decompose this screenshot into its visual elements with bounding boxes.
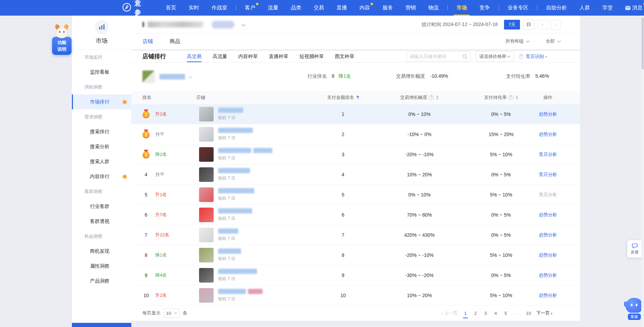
nav-item-业务专区[interactable]: 业务专区: [501, 0, 535, 16]
shop-cell[interactable]: 较前 7 日: [196, 228, 313, 242]
page-button-last[interactable]: 10: [526, 311, 531, 316]
range-7d-button[interactable]: 7天: [504, 20, 520, 30]
sidebar-item-属性洞察[interactable]: 属性洞察: [72, 259, 131, 274]
sort-icon[interactable]: [515, 95, 518, 100]
prev-page-button[interactable]: ‹ 上一页: [442, 310, 458, 316]
date-prev-button[interactable]: ‹: [537, 20, 548, 30]
nav-item-客户[interactable]: 客户: [239, 0, 262, 16]
tab-product[interactable]: 商品: [170, 38, 180, 44]
nav-item-流量[interactable]: 流量: [262, 0, 284, 16]
sort-icon[interactable]: [356, 95, 359, 100]
chevron-right-icon: ›: [551, 311, 552, 316]
compare-period-label: 较前 7 日: [218, 175, 250, 181]
action-link-竞店分析[interactable]: 竞店分析: [537, 151, 559, 158]
sidebar-item-产品洞察[interactable]: 产品洞察: [72, 274, 131, 288]
page-scrollbar-thumb[interactable]: [642, 17, 644, 69]
page-button-4[interactable]: 4: [493, 311, 498, 316]
shop-cell[interactable]: 较前 7 日: [196, 288, 313, 303]
nav-item-品类[interactable]: 品类: [284, 0, 307, 16]
terminal-filter-dropdown[interactable]: 所有终端: [505, 38, 530, 44]
sidebar-collapse-bar[interactable]: [72, 323, 131, 327]
sidebar-item-市场排行[interactable]: 市场排行: [72, 94, 131, 109]
nav-item-学堂[interactable]: 学堂: [596, 0, 619, 16]
nav-item-竞争[interactable]: 竞争: [473, 0, 496, 16]
sort-icon[interactable]: [436, 95, 439, 100]
subtab-内容种草[interactable]: 内容种草: [238, 51, 258, 62]
nav-item-交易[interactable]: 交易: [307, 0, 330, 16]
action-link-趋势分析[interactable]: 趋势分析: [537, 131, 559, 137]
nav-item-内容[interactable]: 内容: [353, 0, 376, 16]
subtab-高流量[interactable]: 高流量: [213, 51, 227, 62]
nav-item-首页[interactable]: 首页: [159, 0, 182, 16]
action-link-趋势分析[interactable]: 趋势分析: [537, 252, 559, 258]
sidebar-item-搜索排行[interactable]: 搜索排行: [72, 124, 131, 139]
subtab-直播种草[interactable]: 直播种草: [269, 51, 288, 62]
page-button-1[interactable]: 1: [463, 311, 468, 316]
sidebar-item-行业客群[interactable]: 行业客群: [72, 199, 131, 214]
action-link-趋势分析[interactable]: 趋势分析: [537, 111, 559, 117]
action-link-趋势分析[interactable]: 趋势分析: [537, 232, 559, 238]
category-selector[interactable]: [142, 21, 246, 28]
subtab-短视频种草[interactable]: 短视频种草: [299, 51, 324, 62]
nav-item-人群[interactable]: 人群: [573, 0, 596, 16]
shop-cell[interactable]: 较前 7 日: [196, 187, 313, 202]
sidebar-item-商机发现[interactable]: 商机发现: [72, 244, 131, 259]
page-button-3[interactable]: 3: [483, 311, 488, 316]
nav-item-服务[interactable]: 服务: [376, 0, 399, 16]
growth-value: 0% ~ 10%: [373, 111, 465, 117]
competitor-identify-link[interactable]: 竞店识别 ›: [526, 53, 547, 60]
pay-rank-value: 3: [313, 152, 373, 157]
action-link-竞店分析[interactable]: 竞店分析: [537, 171, 559, 178]
nav-item-直播[interactable]: 直播: [330, 0, 353, 16]
sidebar-item-内容排行[interactable]: 内容排行: [72, 169, 131, 184]
shop-name-blurred: [218, 108, 243, 113]
next-page-button[interactable]: 下一页 ›: [536, 310, 552, 316]
nav-item-自助分析[interactable]: 自助分析: [540, 0, 573, 16]
subtab-图文种草[interactable]: 图文种草: [335, 51, 354, 62]
my-shop-selector[interactable]: [142, 70, 192, 83]
tab-shop[interactable]: 店铺: [142, 38, 153, 44]
help-question-icon[interactable]: ?: [519, 54, 523, 59]
brand[interactable]: 生意参谋: [122, 0, 141, 26]
subtab-高交易[interactable]: 高交易: [187, 51, 201, 62]
date-next-button[interactable]: ›: [551, 20, 561, 30]
price-band-dropdown[interactable]: 请选择价格带: [476, 51, 514, 61]
shop-cell[interactable]: 较前 7 日: [196, 147, 313, 162]
action-link-趋势分析[interactable]: 趋势分析: [537, 292, 559, 299]
feedback-button[interactable]: 反馈: [627, 240, 642, 258]
shop-cell[interactable]: 较前 7 日: [196, 167, 313, 182]
nav-item-label: 流量: [268, 5, 278, 11]
range-day-button[interactable]: 日: [523, 20, 535, 30]
page-size-select[interactable]: 10: [164, 309, 180, 318]
scope-filter-dropdown[interactable]: 全部: [546, 38, 561, 44]
help-question-icon[interactable]: ?: [429, 95, 434, 100]
shop-cell[interactable]: 较前 7 日: [196, 248, 313, 262]
nav-item-市场[interactable]: 市场: [450, 0, 473, 16]
nav-item-实时[interactable]: 实时: [182, 0, 205, 16]
page-button-5[interactable]: 5: [503, 311, 508, 316]
sidebar-item-搜索人群[interactable]: 搜索人群: [72, 154, 131, 169]
nav-item-label: 品类: [291, 5, 301, 11]
shop-cell[interactable]: 较前 7 日: [196, 107, 313, 121]
shop-cell[interactable]: 较前 7 日: [196, 268, 313, 283]
nav-item-label: 业务专区: [507, 5, 528, 11]
nav-item-消息[interactable]: 消息: [619, 0, 644, 16]
shop-cell[interactable]: 较前 7 日: [196, 208, 313, 222]
shop-search-input[interactable]: [406, 52, 470, 61]
action-link-趋势分析[interactable]: 趋势分析: [537, 212, 559, 218]
sidebar-item-搜索分析[interactable]: 搜索分析: [72, 139, 131, 154]
nav-item-营销[interactable]: 营销: [399, 0, 422, 16]
page-button-2[interactable]: 2: [473, 311, 478, 316]
my-shop-logo-blurred: [142, 70, 155, 83]
header-growth: 交易增长幅度 ?: [373, 94, 465, 101]
search-icon[interactable]: [462, 54, 468, 61]
nav-item-物流[interactable]: 物流: [422, 0, 445, 16]
feature-help-badge[interactable]: 功能 说明: [52, 25, 72, 55]
sidebar-item-客群透视[interactable]: 客群透视: [72, 214, 131, 229]
nav-item-作战室[interactable]: 作战室: [205, 0, 233, 16]
help-question-icon[interactable]: ?: [509, 95, 513, 100]
sidebar-item-监控看板[interactable]: 监控看板: [72, 65, 131, 79]
rank-cell: 1升2名: [142, 110, 196, 118]
action-link-趋势分析[interactable]: 趋势分析: [537, 272, 559, 278]
shop-cell[interactable]: 较前 7 日: [196, 127, 313, 142]
